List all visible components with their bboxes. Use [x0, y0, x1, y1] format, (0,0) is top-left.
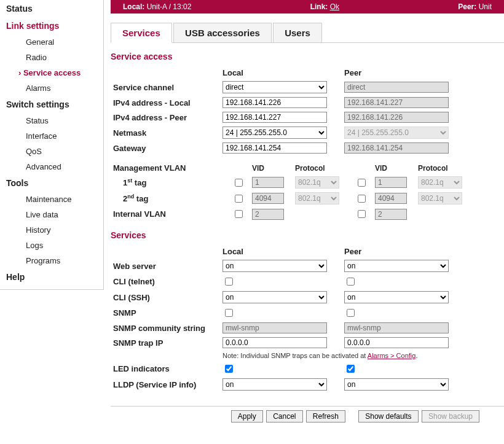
lbl-snmp: SNMP: [111, 305, 220, 321]
sidebar-group-link[interactable]: Link settings: [0, 17, 103, 34]
lbl-snmp-string: SNMP community string: [111, 321, 220, 335]
sidebar-item-switch-status[interactable]: Status: [0, 113, 103, 128]
lbl-ipv4-peer: IPv4 address - Peer: [111, 110, 220, 125]
hdr-proto-peer: Protocol: [415, 162, 504, 174]
chk-tag1-peer[interactable]: [358, 179, 366, 187]
chk-snmp-peer[interactable]: [347, 309, 355, 317]
col-peer: Peer: [342, 66, 504, 79]
lbl-mgmt-vlan: Management VLAN: [111, 162, 230, 174]
chk-led-local[interactable]: [225, 365, 233, 373]
sel-service-channel-local[interactable]: direct: [222, 81, 327, 93]
lbl-telnet: CLI (telnet): [111, 274, 220, 289]
sidebar-item-advanced[interactable]: Advanced: [0, 159, 103, 174]
sel-lldp-peer[interactable]: on: [344, 378, 449, 391]
sidebar-item-alarms[interactable]: Alarms: [0, 80, 103, 96]
chk-tag2-peer[interactable]: [358, 195, 366, 203]
sidebar-item-history[interactable]: History: [0, 222, 103, 238]
sidebar-item-maintenance[interactable]: Maintenance: [0, 192, 103, 207]
link-alarms-config[interactable]: Alarms > Config: [368, 352, 416, 359]
sidebar-item-logs[interactable]: Logs: [0, 238, 103, 253]
chk-telnet-peer[interactable]: [347, 278, 355, 286]
hdr-vid-local: VID: [250, 162, 293, 174]
note-snmp: Note: Individual SNMP traps can be activ…: [220, 350, 504, 361]
sidebar-group-switch[interactable]: Switch settings: [0, 96, 103, 113]
txt-gateway-local[interactable]: [222, 142, 327, 154]
sel-tag2-proto-local: 802.1q: [295, 192, 339, 204]
lbl-netmask: Netmask: [111, 125, 220, 141]
lbl-snmp-trap: SNMP trap IP: [111, 335, 220, 350]
tabs: Services USB accessories Users: [111, 22, 504, 42]
sidebar-item-radio[interactable]: Radio: [0, 50, 103, 65]
col-local: Local: [220, 66, 342, 79]
lbl-internal-vlan: Internal VLAN: [111, 206, 230, 222]
topbar: Local: Unit-A / 13:02 Link: Ok Peer: Uni…: [111, 0, 504, 14]
sidebar-item-programs[interactable]: Programs: [0, 253, 103, 268]
sidebar-item-live-data[interactable]: Live data: [0, 207, 103, 222]
txt-service-channel-peer: [344, 82, 449, 93]
txt-ipv4-local-local[interactable]: [222, 97, 327, 108]
sidebar-item-qos[interactable]: QoS: [0, 144, 103, 159]
txt-snmp-string-local: [222, 322, 327, 333]
txt-internal-vid-local: [252, 209, 284, 220]
lbl-led: LED indicators: [111, 361, 220, 376]
sidebar-group-tools[interactable]: Tools: [0, 174, 103, 192]
sel-tag2-proto-peer: 802.1q: [418, 192, 462, 204]
cancel-button[interactable]: Cancel: [266, 410, 302, 423]
sel-web-peer[interactable]: on: [344, 260, 449, 272]
topbar-link-status[interactable]: Ok: [330, 2, 339, 11]
sidebar-item-general[interactable]: General: [0, 34, 103, 50]
txt-ipv4-peer-local[interactable]: [222, 112, 327, 123]
chk-tag1-local[interactable]: [235, 179, 243, 187]
hdr-vid-peer: VID: [372, 162, 415, 174]
col-local-2: Local: [220, 245, 342, 258]
sel-tag1-proto-peer: 802.1q: [418, 176, 462, 189]
sidebar-item-service-access[interactable]: Service access: [0, 65, 103, 80]
txt-tag1-vid-local: [252, 177, 284, 188]
chk-internal-peer[interactable]: [358, 210, 366, 218]
sel-ssh-peer[interactable]: on: [344, 291, 449, 303]
txt-snmp-string-peer: [344, 322, 449, 333]
apply-button[interactable]: Apply: [231, 410, 263, 423]
lbl-tag2: 2nd tag: [111, 190, 230, 206]
txt-snmp-trap-local[interactable]: [222, 337, 327, 348]
topbar-link: Link: Ok: [310, 0, 339, 14]
chk-internal-local[interactable]: [235, 210, 243, 218]
button-bar: Apply Cancel Refresh Show defaults Show …: [111, 406, 504, 426]
section-services: Services: [111, 230, 504, 240]
lbl-gateway: Gateway: [111, 141, 220, 155]
chk-led-peer[interactable]: [347, 365, 355, 373]
tab-usb-accessories[interactable]: USB accessories: [173, 23, 272, 43]
lbl-web-server: Web server: [111, 258, 220, 274]
sidebar-item-interface[interactable]: Interface: [0, 128, 103, 144]
lbl-ipv4-local: IPv4 address - Local: [111, 95, 220, 110]
sidebar-group-help[interactable]: Help: [0, 268, 103, 286]
sidebar-group-status[interactable]: Status: [0, 0, 103, 17]
sel-web-local[interactable]: on: [222, 260, 327, 272]
txt-snmp-trap-peer[interactable]: [344, 337, 449, 348]
sel-ssh-local[interactable]: on: [222, 291, 327, 303]
show-defaults-button[interactable]: Show defaults: [358, 410, 418, 423]
txt-tag2-vid-peer: [375, 193, 407, 204]
sel-tag1-proto-local: 802.1q: [295, 176, 339, 189]
main: Services USB accessories Users Service a…: [111, 22, 504, 392]
lbl-lldp: LLDP (Service IP info): [111, 376, 220, 392]
txt-internal-vid-peer: [375, 209, 407, 220]
tab-services[interactable]: Services: [111, 23, 172, 43]
sel-lldp-local[interactable]: on: [222, 378, 327, 391]
col-peer-2: Peer: [342, 245, 504, 258]
txt-tag1-vid-peer: [375, 177, 407, 188]
lbl-ssh: CLI (SSH): [111, 289, 220, 305]
topbar-peer: Peer: Unit: [458, 0, 492, 14]
txt-ipv4-peer-peer: [344, 112, 449, 123]
txt-ipv4-local-peer: [344, 97, 449, 108]
chk-telnet-local[interactable]: [225, 278, 233, 286]
chk-snmp-local[interactable]: [225, 309, 233, 317]
section-service-access: Service access: [111, 52, 504, 61]
chk-tag2-local[interactable]: [235, 195, 243, 203]
lbl-tag1: 1st tag: [111, 174, 230, 190]
tab-users[interactable]: Users: [273, 23, 322, 43]
refresh-button[interactable]: Refresh: [306, 410, 345, 423]
topbar-local: Local: Unit-A / 13:02: [123, 0, 191, 14]
hdr-proto-local: Protocol: [293, 162, 353, 174]
sel-netmask-local[interactable]: 24 | 255.255.255.0: [222, 127, 327, 139]
